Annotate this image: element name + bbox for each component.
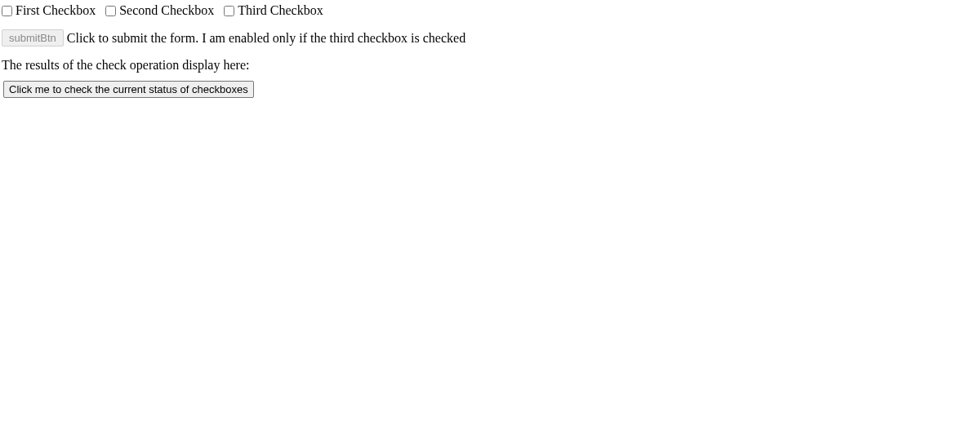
first-checkbox[interactable] [2,6,12,16]
checkbox-label-third[interactable]: Third Checkbox [224,3,323,18]
checkbox-label-second[interactable]: Second Checkbox [105,3,214,18]
third-checkbox-text: Third Checkbox [238,3,323,18]
second-checkbox[interactable] [105,6,116,16]
first-checkbox-text: First Checkbox [16,3,96,18]
submit-button[interactable]: submitBtn [2,29,64,47]
results-label: The results of the check operation displ… [2,58,978,73]
third-checkbox[interactable] [224,6,234,16]
checkbox-row: First Checkbox Second Checkbox Third Che… [2,3,978,18]
submit-hint-text: Click to submit the form. I am enabled o… [67,31,466,46]
checkbox-label-first[interactable]: First Checkbox [2,3,96,18]
second-checkbox-text: Second Checkbox [119,3,214,18]
submit-row: submitBtn Click to submit the form. I am… [2,29,978,47]
check-status-button[interactable]: Click me to check the current status of … [3,81,254,98]
